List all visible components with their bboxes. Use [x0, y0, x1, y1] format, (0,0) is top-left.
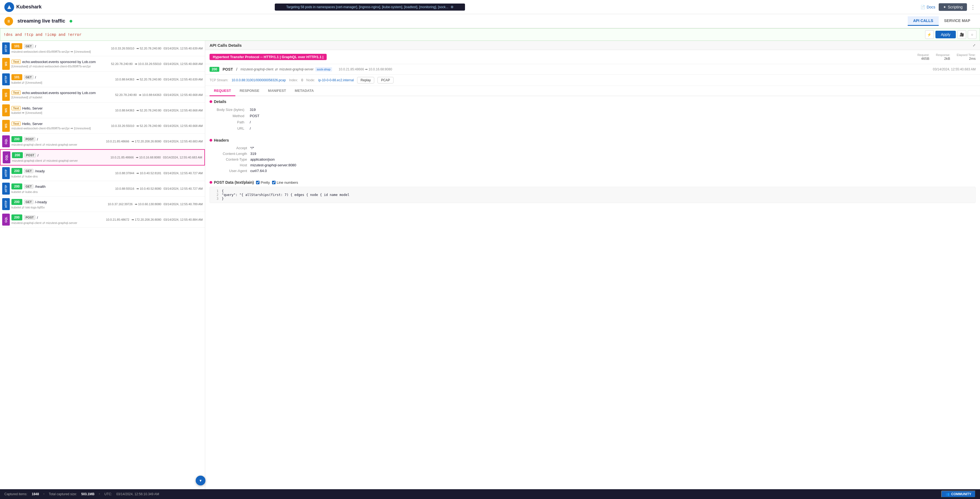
- detail-meta: Request: 465B Response: 2kB Elapsed Time…: [918, 53, 976, 60]
- section-dot: [210, 139, 212, 141]
- traffic-path: Hello, Server: [22, 122, 43, 126]
- status-badge: 200: [11, 183, 22, 189]
- utc-label: UTC:: [104, 492, 112, 496]
- traffic-item[interactable]: WS Text echo.websocket.events sponsored …: [0, 56, 205, 72]
- detail-panel: API Calls Details ⤢ Hypertext Transfer P…: [205, 41, 980, 496]
- target-text: Targeting 58 pods in namespaces [cert-ma…: [286, 5, 448, 9]
- traffic-item-selected[interactable]: GQL 200 POST / mizutest-graphql-client ⇄…: [0, 149, 205, 165]
- traffic-meta: 52.20.78.240:80 ➡ 10.0.88:64363 03/14/20…: [115, 93, 203, 97]
- traffic-item[interactable]: HTTP 200 GET /-/ready kubelet ⇄ loki-log…: [0, 197, 205, 212]
- community-icon: 👥: [945, 492, 950, 496]
- traffic-item[interactable]: WS Text Hello, Server kubelet ➡ [Unresol…: [0, 103, 205, 118]
- apply-button[interactable]: Apply: [935, 31, 956, 38]
- status-badge: 101: [11, 74, 22, 80]
- detail-title: API Calls Details: [210, 43, 242, 48]
- traffic-meta: 10.0.21.85:48672 ➡ 172.20.208.26:8080 03…: [106, 218, 203, 221]
- tab-api-calls[interactable]: API CALLS: [908, 16, 939, 26]
- traffic-meta: 10.0.88:37844 ➡ 10.0.40.52:8181 03/14/20…: [115, 172, 203, 175]
- traffic-hosts: kubelet ⇄ [Unresolved]: [11, 81, 114, 84]
- traffic-item[interactable]: HTTP 101 GET / kubelet ⇄ [Unresolved] 10…: [0, 72, 205, 87]
- traffic-item[interactable]: WS Text echo.websocket.events sponsored …: [0, 87, 205, 103]
- filter-actions: ⚡ Apply 🎥 ○: [925, 30, 977, 39]
- traffic-info: Text Hello, Server kubelet ➡ [Unresolved…: [11, 106, 114, 115]
- tab-manifest[interactable]: MANIFEST: [264, 86, 290, 96]
- arrow-icon: ➡: [137, 47, 139, 50]
- protocol-badge-ws: WS: [2, 89, 10, 101]
- protocol-tag: Hypertext Transfer Protocol -- HTTP/1.1 …: [210, 54, 327, 60]
- tab-service-map[interactable]: SERVICE MAP: [939, 16, 976, 26]
- tab-response[interactable]: RESPONSE: [235, 86, 264, 96]
- pretty-checkbox-input[interactable]: [256, 181, 259, 184]
- endpoint-time: 03/14/2024, 12:55:40.683 AM: [933, 67, 976, 71]
- method-badge: POST: [24, 137, 35, 141]
- method-badge: Text: [11, 59, 21, 64]
- protocol-badge-gql: GQL: [3, 151, 10, 163]
- arrow-icon: ⇄: [42, 143, 45, 146]
- method-badge: POST: [24, 153, 36, 157]
- detail-tabs: REQUEST RESPONSE MANIFEST METADATA: [205, 86, 980, 96]
- protocol-badge-ws: WS: [2, 120, 10, 132]
- traffic-path: /: [35, 44, 36, 48]
- traffic-list: HTTP 101 GET / mizutest-websocket-client…: [0, 41, 205, 496]
- scripting-button[interactable]: ✦ Scripting: [939, 3, 967, 11]
- traffic-hosts: mizutest-graphql-client ⇄ mizutest-graph…: [11, 221, 104, 225]
- replay-button[interactable]: Replay: [357, 77, 374, 83]
- details-section: Details Body Size (bytes) 319 Method POS…: [205, 96, 980, 135]
- scripting-icon: ✦: [943, 5, 946, 9]
- traffic-hosts: mizutest-graphql-client ⇄ mizutest-graph…: [12, 159, 109, 162]
- endpoint-method: POST: [223, 67, 233, 72]
- header-row: Content-Type application/json: [210, 157, 976, 162]
- protocol-badge-ws: WS: [2, 104, 10, 116]
- section-dot: [210, 100, 212, 103]
- tab-metadata[interactable]: METADATA: [291, 86, 318, 96]
- camera-button[interactable]: 🎥: [958, 30, 966, 39]
- code-line: 2 "query": "{ allStarships(first: 7) { e…: [213, 193, 972, 197]
- field-row: Path /: [210, 119, 976, 125]
- stream-title: streaming live traffic: [18, 18, 65, 24]
- filter-input[interactable]: [3, 32, 923, 37]
- traffic-hosts: mizutest-websocket-client-65cf89ff7b-wn2…: [11, 126, 109, 130]
- community-button[interactable]: 👥 COMMUNITY: [941, 491, 976, 497]
- app-name: Kubeshark: [16, 4, 41, 10]
- tab-navigation: API CALLS SERVICE MAP: [908, 16, 976, 26]
- settings-icon[interactable]: ⚙: [450, 5, 453, 9]
- header-row: Content-Length 319: [210, 151, 976, 157]
- protocol-badge-ws: WS: [2, 58, 10, 70]
- traffic-info: Text echo.websocket.events sponsored by …: [11, 91, 114, 99]
- tcp-stream-link[interactable]: 10.0.0.88:31001/000000058326.pcap: [232, 78, 286, 82]
- traffic-item[interactable]: GQL 200 POST / mizutest-graphql-client ⇄…: [0, 212, 205, 227]
- docs-icon: 📄: [921, 5, 925, 9]
- topbar-right: 📄 Docs ✦ Scripting ⋮: [921, 3, 976, 11]
- traffic-item[interactable]: GQL 200 POST / mizutest-graphql-client ⇄…: [0, 134, 205, 149]
- section-title-details: Details: [210, 100, 976, 104]
- pause-button[interactable]: ⏸: [4, 17, 13, 25]
- traffic-meta: 10.0.21.85:48666 ➡ 172.20.208.26:8080 03…: [106, 140, 203, 143]
- arrow-icon: ⇄: [29, 64, 32, 68]
- traffic-item[interactable]: HTTP 101 GET / mizutest-websocket-client…: [0, 41, 205, 56]
- tab-request[interactable]: REQUEST: [210, 86, 235, 96]
- traffic-item[interactable]: HTTP 200 GET /health kubelet ⇄ kube-dns …: [0, 181, 205, 197]
- filter-settings-button[interactable]: ⚡: [925, 30, 934, 39]
- section-dot: [210, 181, 212, 184]
- traffic-item[interactable]: HTTP 200 GET /ready kubelet ⇄ kube-dns 1…: [0, 165, 205, 181]
- captured-label: Captured items:: [4, 492, 27, 496]
- pcap-button[interactable]: PCAP: [377, 77, 393, 83]
- more-button[interactable]: ⋮: [970, 4, 976, 10]
- arrow-icon: ⇄: [43, 159, 46, 162]
- line-numbers-checkbox[interactable]: Line numbers: [272, 180, 298, 184]
- size-label: Total captured size:: [49, 492, 77, 496]
- expand-icon[interactable]: ⤢: [973, 43, 976, 47]
- filter-settings-icon: ⚡: [927, 33, 932, 37]
- traffic-info: 200 POST / mizutest-graphql-client ⇄ miz…: [11, 136, 104, 146]
- line-numbers-checkbox-input[interactable]: [272, 181, 275, 184]
- field-row: Body Size (bytes) 319: [210, 106, 976, 113]
- pretty-checkbox[interactable]: Pretty: [256, 180, 270, 184]
- docs-button[interactable]: 📄 Docs: [921, 5, 935, 9]
- traffic-item[interactable]: WS Text Hello, Server mizutest-websocket…: [0, 118, 205, 134]
- scroll-down-button[interactable]: ▼: [196, 476, 205, 485]
- traffic-hosts: [Unresolved] ⇄ kubelet: [11, 95, 114, 99]
- circle-button[interactable]: ○: [968, 30, 977, 39]
- protocol-badge-http: HTTP: [2, 73, 10, 85]
- traffic-meta: 52.20.78.240:80 ➡ 10.0.33.26:55010 03/14…: [111, 62, 203, 66]
- logo-area: Kubeshark: [4, 2, 41, 12]
